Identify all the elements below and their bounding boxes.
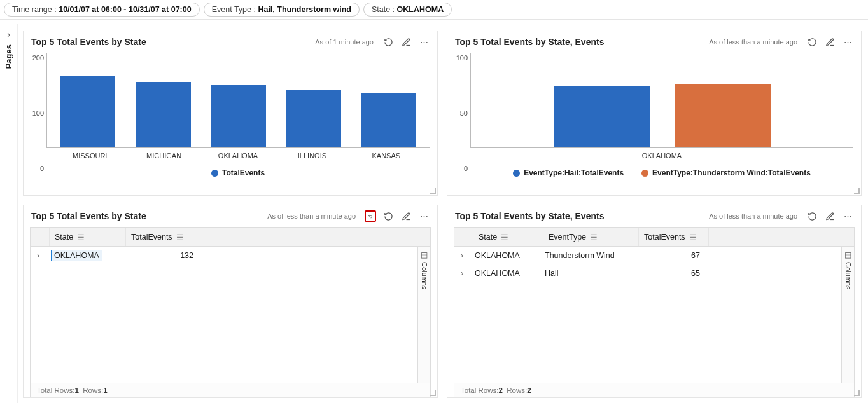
cell-state[interactable]: OKLAHOMA [51,250,102,261]
table-body: › OKLAHOMA Thunderstorm Wind 67 › OKLAHO… [454,247,854,383]
columns-icon: ▤ [844,250,851,259]
columns-side-tab[interactable]: ▤ Columns [841,247,854,383]
asof-text: As of 1 minute ago [315,38,374,46]
bar[interactable] [675,84,771,148]
columns-icon: ▤ [421,250,428,259]
cell-event: Thunderstorm Wind [540,251,635,260]
cell-total: 132 [122,251,199,260]
more-icon[interactable]: ⋯ [418,210,430,222]
expand-row-icon[interactable]: › [31,251,46,260]
filter-state[interactable]: State : OKLAHOMA [363,3,452,17]
more-icon[interactable]: ⋯ [418,36,430,48]
cell-event: Hail [540,269,635,278]
refresh-icon[interactable] [382,210,394,222]
column-menu-icon[interactable]: ☰ [590,233,598,242]
chart-body: 100 50 0 OKLAHOMA EventType:Hail:TotalEv… [447,50,861,195]
columns-side-tab[interactable]: ▤ Columns [417,247,430,383]
x-label: KANSAS [349,152,423,160]
x-axis-labels: OKLAHOMA [470,152,853,160]
panel-top5-by-state-chart: Top 5 Total Events by State As of 1 minu… [23,31,438,196]
filter-event-type[interactable]: Event Type : Hail, Thunderstorm wind [204,3,360,17]
pages-sidebar: › Pages [0,24,18,403]
chevron-right-icon[interactable]: › [7,29,10,39]
y-axis: 100 50 0 [454,54,468,172]
table-row[interactable]: › OKLAHOMA Thunderstorm Wind 67 [454,247,854,264]
dashboard-grid: Top 5 Total Events by State As of 1 minu… [23,31,862,398]
bar[interactable] [554,86,650,148]
plot-area [470,53,853,148]
pages-label[interactable]: Pages [4,44,13,69]
column-menu-icon[interactable]: ☰ [176,233,184,242]
x-axis-labels: MISSOURIMICHIGANOKLAHOMAILLINOISKANSAS [46,148,430,160]
bar[interactable] [53,76,122,148]
legend: EventType:Hail:TotalEvents EventType:Thu… [470,168,853,177]
table-row[interactable]: › OKLAHOMA Hail 65 [454,264,854,282]
resize-handle[interactable] [430,188,436,194]
dot-icon [211,170,218,177]
bar[interactable] [204,85,272,147]
bar[interactable] [279,90,348,147]
filter-state-label: State : [372,5,397,14]
column-menu-icon[interactable]: ☰ [501,233,508,242]
refresh-icon[interactable] [382,36,394,48]
bar[interactable] [129,82,197,148]
x-label: OKLAHOMA [201,152,275,160]
legend-item[interactable]: EventType:Hail:TotalEvents [513,168,624,177]
dot-icon [513,170,520,177]
undo-icon[interactable] [365,210,376,222]
cell-state: OKLAHOMA [470,251,540,260]
filter-time-label: Time range : [12,5,59,14]
legend-item[interactable]: TotalEvents [211,168,265,177]
cell-state: OKLAHOMA [470,269,540,278]
columns-label: Columns [844,262,852,289]
edit-icon[interactable] [824,210,836,222]
table-row[interactable]: › OKLAHOMA 132 [31,247,430,264]
col-total[interactable]: TotalEvents☰ [639,228,709,246]
edit-icon[interactable] [400,210,412,222]
refresh-icon[interactable] [806,210,818,222]
ytick: 50 [454,109,468,117]
panel-title: Top 5 Total Events by State, Events [455,211,604,221]
panel-top5-by-state-events-chart: Top 5 Total Events by State, Events As o… [447,31,862,196]
col-state[interactable]: State☰ [473,228,543,246]
refresh-icon[interactable] [806,36,818,48]
panel-title: Top 5 Total Events by State, Events [455,37,604,47]
col-state[interactable]: State☰ [50,228,126,246]
more-icon[interactable]: ⋯ [842,36,853,48]
filter-time-value: 10/01/07 at 06:00 - 10/31/07 at 07:00 [59,5,191,14]
cell-total: 65 [635,269,705,278]
x-label: MISSOURI [53,152,127,160]
columns-label: Columns [421,262,428,289]
x-label: OKLAHOMA [470,152,853,160]
legend-item[interactable]: EventType:Thunderstorm Wind:TotalEvents [641,168,811,177]
more-icon[interactable]: ⋯ [842,210,853,222]
filter-state-value: OKLAHOMA [397,5,444,14]
asof-text: As of less than a minute ago [267,212,356,220]
x-label: MICHIGAN [127,152,200,160]
column-menu-icon[interactable]: ☰ [689,233,697,242]
column-menu-icon[interactable]: ☰ [77,233,85,242]
ytick: 200 [30,54,44,62]
asof-text: As of less than a minute ago [709,212,797,220]
chart-body: 200 100 0 MISSOURIMICHIGANOKLAHOMAILLINO… [24,50,437,195]
resize-handle[interactable] [853,188,860,194]
resize-handle[interactable] [430,390,436,396]
bar[interactable] [354,93,423,147]
edit-icon[interactable] [824,36,836,48]
resize-handle[interactable] [853,390,860,396]
col-total[interactable]: TotalEvents☰ [126,228,202,246]
panel-title: Top 5 Total Events by State [31,37,146,47]
table-footer: Total Rows: 1 Rows: 1 [31,383,430,397]
panel-title: Top 5 Total Events by State [31,211,146,221]
edit-icon[interactable] [400,36,412,48]
table-header: State☰ EventType☰ TotalEvents☰ [454,228,854,247]
filter-time-range[interactable]: Time range : 10/01/07 at 06:00 - 10/31/0… [4,3,200,17]
panel-top5-by-state-events-table: Top 5 Total Events by State, Events As o… [447,205,862,398]
ytick: 0 [30,165,44,172]
col-event[interactable]: EventType☰ [543,228,639,246]
expand-row-icon[interactable]: › [454,251,470,260]
cell-total: 67 [635,251,705,260]
table-footer: Total Rows: 2 Rows: 2 [454,383,854,397]
dot-icon [641,170,648,177]
expand-row-icon[interactable]: › [454,269,470,278]
